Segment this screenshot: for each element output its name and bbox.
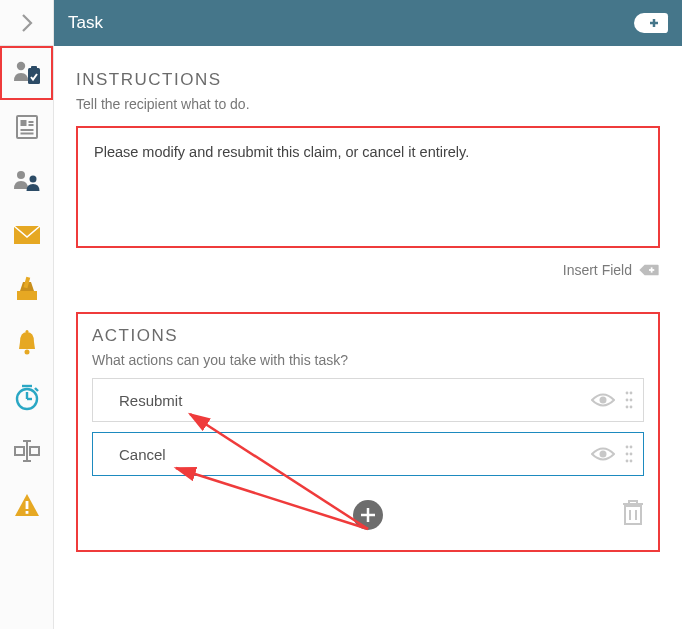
delete-action-button[interactable] [622, 500, 644, 530]
svg-point-44 [626, 453, 629, 456]
svg-point-10 [29, 176, 36, 183]
svg-rect-1 [28, 68, 40, 84]
svg-point-41 [600, 451, 607, 458]
visibility-icon[interactable] [591, 446, 615, 462]
sidebar-item-bell[interactable] [0, 316, 53, 370]
svg-point-36 [630, 392, 633, 395]
svg-point-39 [626, 406, 629, 409]
tag-plus-icon [636, 14, 666, 32]
actions-subtext: What actions can you take with this task… [92, 352, 644, 368]
action-label: Cancel [119, 446, 166, 463]
sidebar-item-mail[interactable] [0, 208, 53, 262]
panel-header: Task [54, 0, 682, 46]
sidebar-collapse-button[interactable] [0, 0, 53, 46]
visibility-icon[interactable] [591, 392, 615, 408]
team-icon [12, 169, 42, 193]
main-panel: Task INSTRUCTIONS Tell the recipient wha… [54, 0, 682, 629]
sidebar-item-cursor[interactable] [0, 424, 53, 478]
drag-handle-icon[interactable] [625, 444, 633, 464]
svg-rect-12 [17, 291, 37, 300]
svg-point-15 [24, 350, 29, 355]
action-item[interactable]: Resubmit [92, 378, 644, 422]
warning-icon [14, 493, 40, 517]
svg-point-34 [600, 397, 607, 404]
svg-rect-4 [20, 120, 26, 126]
bell-icon [15, 330, 39, 356]
panel-title: Task [68, 13, 103, 33]
add-action-button[interactable] [353, 500, 383, 530]
action-item[interactable]: Cancel [92, 432, 644, 476]
svg-point-37 [626, 399, 629, 402]
svg-rect-29 [25, 511, 28, 514]
sidebar [0, 0, 54, 629]
cursor-icon [14, 440, 40, 462]
svg-rect-16 [25, 330, 28, 333]
trash-icon [622, 500, 644, 526]
actions-section: ACTIONS What actions can you take with t… [76, 312, 660, 552]
svg-point-43 [630, 446, 633, 449]
instructions-textarea[interactable]: Please modify and resubmit this claim, o… [76, 126, 660, 248]
action-label: Resubmit [119, 392, 182, 409]
svg-line-21 [35, 388, 38, 391]
instructions-subtext: Tell the recipient what to do. [76, 96, 660, 112]
tag-icon [638, 263, 660, 277]
task-icon [12, 59, 42, 87]
svg-point-46 [626, 460, 629, 463]
ballot-icon [14, 276, 40, 302]
sidebar-item-ballot[interactable] [0, 262, 53, 316]
svg-rect-52 [629, 501, 637, 504]
plus-icon [360, 507, 376, 523]
timer-icon [13, 383, 41, 411]
svg-point-35 [626, 392, 629, 395]
svg-point-0 [16, 62, 24, 70]
svg-point-45 [630, 453, 633, 456]
svg-point-9 [17, 171, 25, 179]
sidebar-item-warning[interactable] [0, 478, 53, 532]
svg-point-47 [630, 460, 633, 463]
svg-rect-50 [625, 506, 641, 524]
svg-point-38 [630, 399, 633, 402]
svg-point-42 [626, 446, 629, 449]
actions-heading: ACTIONS [92, 326, 644, 346]
sidebar-item-team[interactable] [0, 154, 53, 208]
sidebar-item-task[interactable] [0, 46, 53, 100]
svg-rect-26 [30, 447, 39, 455]
svg-rect-3 [17, 116, 37, 138]
add-tag-button[interactable] [634, 13, 668, 33]
instructions-body: Please modify and resubmit this claim, o… [94, 144, 469, 160]
svg-rect-25 [15, 447, 24, 455]
form-icon [14, 114, 40, 140]
chevron-right-icon [20, 13, 34, 33]
sidebar-item-form[interactable] [0, 100, 53, 154]
svg-rect-2 [31, 66, 37, 70]
svg-rect-28 [25, 501, 28, 509]
instructions-heading: INSTRUCTIONS [76, 70, 660, 90]
drag-handle-icon[interactable] [625, 390, 633, 410]
instructions-section: INSTRUCTIONS Tell the recipient what to … [76, 70, 660, 278]
sidebar-item-timer[interactable] [0, 370, 53, 424]
insert-field-button[interactable]: Insert Field [563, 262, 632, 278]
svg-point-40 [630, 406, 633, 409]
mail-icon [13, 225, 41, 245]
